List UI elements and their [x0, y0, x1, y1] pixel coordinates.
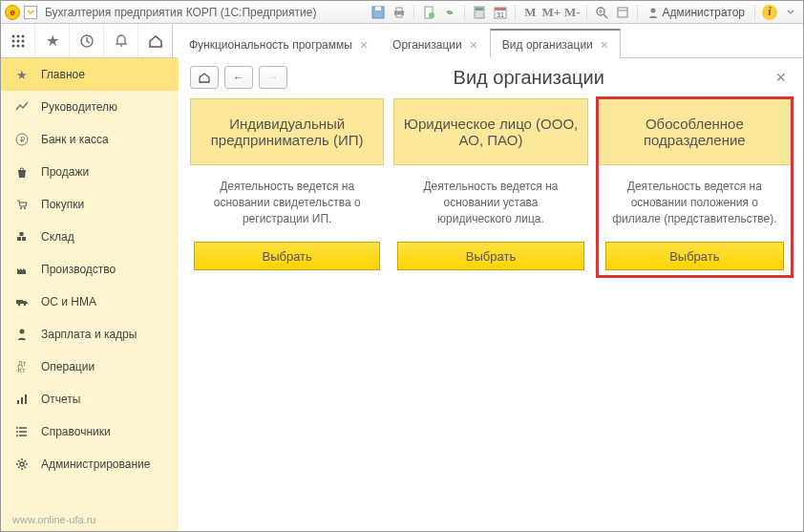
sidebar-item-salary[interactable]: Зарплата и кадры	[1, 318, 179, 351]
sidebar-item-manager[interactable]: Руководителю	[1, 91, 179, 123]
card-title: Обособленное подразделение	[598, 98, 792, 165]
doc-icon[interactable]	[420, 4, 437, 21]
svg-point-40	[20, 330, 25, 334]
sidebar-item-main[interactable]: ★ Главное	[1, 58, 179, 91]
m-plus-button[interactable]: M+	[542, 4, 560, 21]
apps-grid-icon[interactable]	[1, 24, 35, 57]
svg-point-49	[16, 435, 18, 436]
svg-point-47	[16, 427, 18, 429]
select-legal-button[interactable]: Выбрать	[397, 242, 583, 270]
card-ip: Индивидуальный предприниматель (ИП) Деят…	[190, 98, 384, 276]
sidebar-item-label: Руководителю	[41, 100, 117, 114]
svg-point-23	[16, 39, 19, 42]
favorite-icon[interactable]: ★	[35, 24, 70, 57]
window-icon[interactable]	[614, 4, 631, 21]
sidebar-item-label: ОС и НМА	[41, 295, 96, 309]
main-panel: ← → Вид организации × Индивидуальный пре…	[179, 58, 803, 531]
app-logo-icon: e	[5, 5, 20, 20]
card-desc: Деятельность ведется на основании положе…	[598, 165, 792, 242]
card-desc: Деятельность ведется на основании устава…	[393, 165, 587, 242]
sidebar-item-bank[interactable]: ₽ Банк и касса	[1, 123, 179, 156]
sidebar: ★ Главное Руководителю ₽ Банк и касса Пр…	[1, 58, 179, 531]
sidebar-item-purchases[interactable]: Покупки	[1, 188, 179, 221]
boxes-icon	[14, 230, 30, 244]
svg-point-19	[11, 34, 14, 37]
svg-rect-10	[495, 8, 506, 11]
back-button[interactable]: ←	[224, 66, 253, 89]
close-icon[interactable]: ×	[470, 40, 477, 50]
forward-button[interactable]: →	[259, 66, 287, 89]
close-panel-button[interactable]: ×	[770, 68, 792, 88]
sidebar-item-label: Покупки	[41, 198, 84, 211]
sidebar-item-admin[interactable]: Администрирование	[1, 448, 179, 480]
save-icon[interactable]	[370, 4, 387, 21]
svg-rect-3	[396, 8, 402, 11]
print-icon[interactable]	[391, 4, 408, 21]
svg-rect-4	[396, 14, 402, 17]
sidebar-item-warehouse[interactable]: Склад	[1, 221, 179, 253]
card-desc: Деятельность ведется на основании свидет…	[190, 165, 384, 242]
sidebar-item-sales[interactable]: Продажи	[1, 156, 179, 188]
sidebar-item-label: Операции	[41, 360, 95, 373]
svg-line-13	[603, 14, 607, 18]
star-icon: ★	[14, 68, 30, 82]
svg-point-33	[24, 207, 26, 209]
sidebar-item-label: Отчеты	[41, 393, 80, 406]
svg-rect-37	[16, 300, 23, 304]
tab-label: Вид организации	[502, 38, 593, 52]
user-menu[interactable]: Администратор	[644, 6, 749, 19]
home-button[interactable]	[190, 66, 219, 89]
ruble-icon: ₽	[14, 133, 30, 146]
svg-line-55	[18, 460, 20, 462]
history-icon[interactable]	[70, 24, 104, 57]
app-title: Бухгалтерия предприятия КОРП (1С:Предпри…	[45, 6, 316, 19]
select-subdivision-button[interactable]: Выбрать	[605, 242, 784, 270]
tab-organizations[interactable]: Организации ×	[380, 30, 490, 58]
select-ip-button[interactable]: Выбрать	[194, 242, 380, 270]
svg-point-26	[16, 44, 19, 47]
factory-icon	[14, 263, 30, 276]
sidebar-item-label: Продажи	[41, 165, 89, 179]
list-icon	[14, 425, 30, 438]
card-title: Индивидуальный предприниматель (ИП)	[190, 98, 384, 165]
m-minus-button[interactable]: M-	[563, 4, 581, 21]
svg-text:31: 31	[497, 11, 505, 18]
home-icon[interactable]	[138, 24, 173, 57]
sidebar-item-production[interactable]: Производство	[1, 253, 179, 286]
sidebar-item-label: Справочники	[41, 425, 111, 438]
sidebar-item-label: Главное	[41, 68, 85, 81]
sidebar-item-reports[interactable]: Отчеты	[1, 383, 179, 415]
svg-point-39	[24, 304, 27, 307]
sidebar-item-assets[interactable]: ОС и НМА	[1, 286, 179, 318]
svg-line-56	[25, 467, 27, 469]
svg-point-24	[21, 39, 24, 42]
close-icon[interactable]: ×	[601, 40, 608, 50]
svg-rect-34	[17, 237, 21, 241]
sidebar-item-operations[interactable]: ДтКт Операции	[1, 351, 179, 383]
close-icon[interactable]: ×	[360, 40, 368, 50]
sidebar-item-catalogs[interactable]: Справочники	[1, 415, 179, 448]
bag-icon	[14, 165, 30, 179]
bell-icon[interactable]	[104, 24, 138, 57]
link-icon[interactable]	[441, 4, 458, 21]
calendar-icon[interactable]: 31	[492, 4, 509, 21]
svg-rect-43	[25, 394, 27, 404]
gear-icon	[14, 458, 30, 471]
svg-point-22	[11, 39, 14, 42]
truck-icon	[14, 295, 30, 309]
calculator-icon[interactable]	[471, 4, 488, 21]
svg-rect-1	[375, 7, 381, 11]
svg-point-25	[11, 44, 14, 47]
app-menu-dropdown[interactable]	[24, 6, 37, 19]
tab-org-type[interactable]: Вид организации ×	[490, 29, 621, 58]
tab-functionality[interactable]: Функциональность программы ×	[177, 30, 380, 58]
card-subdivision: Обособленное подразделение Деятельность …	[598, 98, 792, 276]
info-dropdown[interactable]	[782, 4, 799, 21]
info-button[interactable]: i	[761, 4, 778, 21]
svg-rect-42	[21, 397, 23, 404]
m-button[interactable]: M	[521, 4, 539, 21]
svg-line-57	[18, 467, 20, 469]
zoom-icon[interactable]	[593, 4, 610, 21]
svg-point-29	[120, 45, 122, 47]
cart-icon	[14, 198, 30, 211]
